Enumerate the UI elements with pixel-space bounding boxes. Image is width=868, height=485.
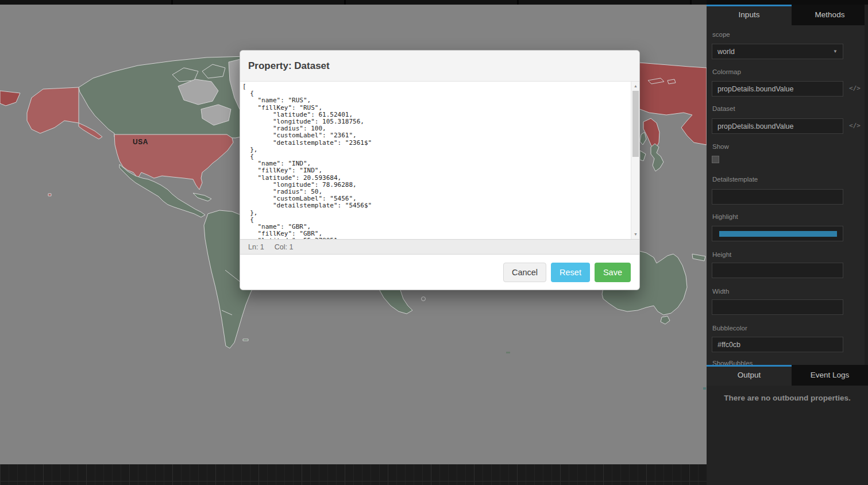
sidebar-scrollbar[interactable]: [865, 5, 868, 365]
sidebar-tab-bar: Inputs Methods: [707, 5, 868, 25]
detailstemplate-label: Detailstemplate: [712, 176, 758, 183]
country-japan[interactable]: [651, 144, 663, 171]
timeline-baseline: [0, 481, 707, 482]
chevron-down-icon: ▼: [833, 49, 838, 54]
output-panel: Output Event Logs There are no outbound …: [707, 365, 868, 485]
height-input[interactable]: [712, 263, 843, 278]
width-input[interactable]: [712, 299, 843, 315]
sidebar-top-band: [707, 0, 868, 5]
dataset-label: Dataset: [712, 105, 735, 112]
tab-event-logs[interactable]: Event Logs: [792, 365, 868, 386]
highlight-color-swatch: [719, 231, 837, 237]
country-tasmania[interactable]: [661, 316, 670, 324]
colormap-input[interactable]: [712, 81, 843, 97]
bubblecolor-label: Bubblecolor: [712, 325, 747, 332]
output-empty-message: There are no outbound properties.: [707, 394, 868, 402]
reset-button[interactable]: Reset: [551, 263, 590, 282]
alaska-panhandle[interactable]: [79, 123, 102, 139]
modal-title: Property: Dataset: [248, 60, 330, 72]
small-island: [506, 352, 510, 353]
falkland-islands[interactable]: [243, 339, 248, 341]
country-cuba[interactable]: [193, 193, 211, 201]
width-label: Width: [712, 288, 729, 295]
highlight-label: Highlight: [712, 213, 738, 220]
country-png[interactable]: [692, 254, 705, 261]
highlight-input[interactable]: [712, 226, 843, 241]
editor-scrollbar[interactable]: ▲ ▼: [631, 82, 639, 239]
country-lesotho: [422, 297, 426, 301]
scope-value: world: [717, 48, 735, 56]
code-binding-icon[interactable]: </>: [848, 122, 861, 129]
usa-map-label: USA: [133, 138, 148, 146]
hawaii[interactable]: [48, 194, 51, 196]
detailstemplate-input[interactable]: [712, 189, 843, 205]
country-sakhalin[interactable]: [640, 132, 646, 145]
bubblecolor-input[interactable]: [712, 337, 843, 352]
country-usa-alaska[interactable]: [27, 87, 79, 133]
scrollbar-thumb[interactable]: [632, 91, 639, 157]
output-tab-bar: Output Event Logs: [707, 365, 868, 386]
country-korea[interactable]: [640, 151, 646, 161]
code-binding-icon[interactable]: </>: [848, 84, 861, 92]
top-timeline-strip: [0, 0, 707, 5]
properties-sidebar: Inputs Methods scope world ▼ Colormap </…: [707, 0, 868, 485]
modal-header: Property: Dataset: [240, 51, 639, 82]
line-indicator: Ln: 1: [248, 243, 264, 251]
scroll-up-icon[interactable]: ▲: [631, 82, 639, 90]
save-button[interactable]: Save: [595, 263, 631, 282]
bottom-timeline-strip: [0, 464, 707, 485]
russia-island[interactable]: [668, 79, 676, 84]
height-label: Height: [712, 251, 731, 258]
country-russia-wrap[interactable]: [0, 91, 20, 106]
editor-content[interactable]: [ { "name": "RUS", "fillKey": "RUS", "la…: [240, 82, 639, 239]
modal-footer: Cancel Reset Save: [240, 255, 639, 290]
tab-inputs[interactable]: Inputs: [707, 5, 792, 25]
tab-output[interactable]: Output: [707, 365, 792, 386]
json-code-editor[interactable]: [ { "name": "RUS", "fillKey": "RUS", "la…: [240, 82, 639, 239]
show-checkbox[interactable]: [712, 156, 719, 163]
scope-select[interactable]: world ▼: [712, 44, 843, 59]
property-dataset-modal: Property: Dataset [ { "name": "RUS", "fi…: [240, 50, 640, 290]
show-label: Show: [712, 143, 729, 150]
dataset-input[interactable]: [712, 118, 843, 134]
scope-label: scope: [712, 31, 730, 38]
scroll-down-icon[interactable]: ▼: [631, 230, 639, 238]
colormap-label: Colormap: [712, 68, 741, 75]
tab-methods[interactable]: Methods: [792, 5, 868, 25]
column-indicator: Col: 1: [275, 243, 294, 251]
cancel-button[interactable]: Cancel: [503, 263, 546, 282]
country-nz[interactable]: [703, 387, 706, 390]
editor-statusbar: Ln: 1 Col: 1: [240, 239, 639, 255]
